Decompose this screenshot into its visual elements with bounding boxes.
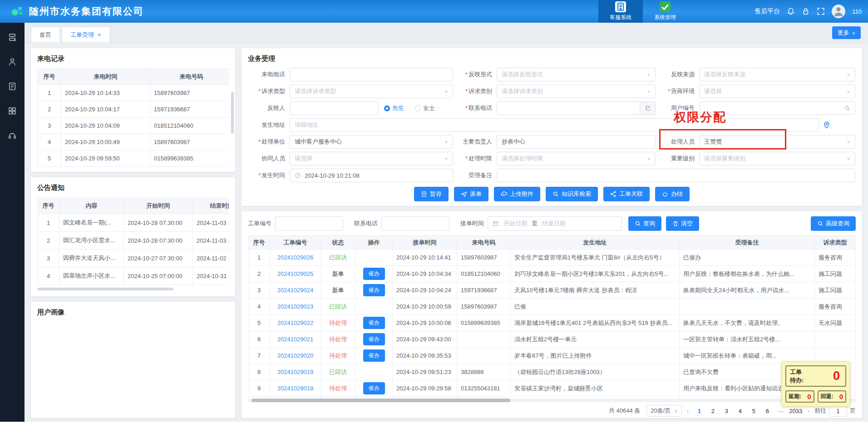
tab-close-icon[interactable]: × bbox=[98, 31, 101, 38]
urge-button[interactable]: 催办 bbox=[363, 333, 385, 345]
scrollbar-vertical[interactable] bbox=[231, 92, 234, 134]
scrollbar-horizontal-thumb[interactable] bbox=[252, 399, 510, 402]
page-6[interactable]: 6 bbox=[762, 405, 773, 416]
radio-male[interactable]: 先生 bbox=[384, 104, 404, 112]
order-id-link[interactable]: 20241029018 bbox=[277, 385, 314, 392]
page-1[interactable]: 1 bbox=[694, 405, 705, 416]
call-record-row[interactable]: 5 2024-10-29 09:59:50 015899639385 bbox=[38, 150, 229, 167]
bell-icon[interactable] bbox=[787, 7, 795, 15]
headset-icon[interactable] bbox=[8, 131, 17, 140]
order-id-link[interactable]: 20241029022 bbox=[277, 319, 314, 326]
page-ellipsis[interactable]: ··· bbox=[775, 405, 786, 416]
user-avatar[interactable] bbox=[832, 5, 845, 18]
reflect-source-select[interactable]: 请选择反映来源∨ bbox=[699, 68, 855, 81]
knowledge-search-button[interactable]: 知识库检索 bbox=[546, 187, 598, 201]
nav-system-admin[interactable]: 系统管理 bbox=[643, 0, 687, 23]
required-star: * bbox=[465, 71, 468, 78]
announcement-row[interactable]: 1 因文峰名居一期(... 2024-10-28 07:30:00 2024-1… bbox=[38, 214, 229, 232]
urge-button[interactable]: 催办 bbox=[363, 382, 385, 394]
appeal-cat-select[interactable]: 请选择诉求类别∨ bbox=[497, 85, 656, 98]
order-id-link[interactable]: 20241029025 bbox=[277, 270, 314, 277]
save-draft-button[interactable]: 暂存 bbox=[414, 187, 449, 201]
order-relate-button[interactable]: 工单关联 bbox=[603, 187, 650, 201]
user-icon[interactable] bbox=[8, 57, 17, 66]
end-date-placeholder[interactable]: 结束日期 bbox=[542, 219, 566, 228]
scrollbar-horizontal[interactable] bbox=[37, 288, 173, 290]
remark-input[interactable] bbox=[497, 169, 855, 182]
start-date-placeholder[interactable]: 开始日期 bbox=[503, 219, 527, 228]
workflow-icon[interactable] bbox=[8, 33, 17, 42]
appeal-type-select[interactable]: 请选择诉求类型∨ bbox=[290, 85, 453, 98]
reflect-form-select[interactable]: 请选择反映形式∨ bbox=[497, 68, 656, 81]
page-2[interactable]: 2 bbox=[707, 405, 718, 416]
call-record-row[interactable]: 2 2024-10-29 10:04:17 15971936687 bbox=[38, 101, 229, 118]
order-id-link[interactable]: 20241029024 bbox=[277, 287, 314, 294]
search-icon[interactable] bbox=[844, 105, 850, 111]
search-phone-input[interactable] bbox=[381, 216, 449, 231]
cell-time: 2024-10-29 10:14:41 bbox=[393, 249, 457, 266]
grid-icon[interactable] bbox=[8, 106, 17, 115]
handler-select[interactable]: 王赟赟∨ bbox=[699, 135, 855, 149]
radio-female[interactable]: 女士 bbox=[415, 104, 435, 112]
query-button[interactable]: 查询 bbox=[628, 216, 661, 231]
date-range-picker[interactable]: 开始日期 至 结束日期 bbox=[488, 216, 622, 231]
order-id-link[interactable]: 20241029023 bbox=[277, 303, 314, 310]
announcement-row[interactable]: 2 因汇龙湾小区需水... 2024-10-28 07:30:00 2024-1… bbox=[38, 232, 229, 249]
call-record-row[interactable]: 4 2024-10-29 10:00:49 15897603987 bbox=[38, 134, 229, 150]
nav-customer-service[interactable]: 客服系统 bbox=[598, 0, 643, 23]
tab-work-order[interactable]: 工单受理 × bbox=[62, 27, 110, 42]
order-id-link[interactable]: 20241029019 bbox=[277, 369, 314, 375]
fullscreen-icon[interactable] bbox=[817, 7, 825, 15]
page-size-select[interactable]: 20条/页∨ bbox=[646, 405, 681, 417]
lock-icon[interactable] bbox=[802, 7, 810, 15]
announcement-row[interactable]: 4 因塞纳左岸小区水... 2024-10-25 07:00:00 2024-1… bbox=[38, 267, 229, 285]
after-sales-link[interactable]: 售后平台 bbox=[755, 7, 780, 15]
unit-select[interactable]: 城中客户服务中心∨ bbox=[290, 135, 453, 149]
announcement-row[interactable]: 3 因舜井大道天风小... 2024-10-27 07:30:00 2024-1… bbox=[38, 249, 229, 267]
urge-button[interactable]: 催办 bbox=[363, 317, 385, 329]
advanced-query-button[interactable]: 高级查询 bbox=[811, 216, 856, 231]
co-select[interactable]: 请选择∨ bbox=[290, 152, 453, 165]
dispatch-button[interactable]: 派单 bbox=[454, 187, 488, 201]
finish-button[interactable]: 办结 bbox=[655, 187, 690, 201]
next-page-icon[interactable]: › bbox=[805, 407, 812, 414]
todo-count: 0 bbox=[833, 369, 842, 383]
cell-phone bbox=[457, 331, 511, 348]
limit-select[interactable]: 请选择处理时限∨ bbox=[497, 152, 656, 165]
tab-home[interactable]: 首页 bbox=[31, 27, 60, 42]
occur-time-picker[interactable]: 2024-10-29 10:21:08 bbox=[290, 169, 453, 182]
cell-phone: 15897603987 bbox=[457, 249, 511, 266]
prev-page-icon[interactable]: ‹ bbox=[685, 407, 691, 414]
document-icon[interactable] bbox=[8, 82, 17, 91]
page-5[interactable]: 5 bbox=[748, 405, 759, 416]
biz-env-select[interactable]: 请选择∨ bbox=[699, 85, 855, 98]
cell-address: 已催 bbox=[511, 299, 680, 315]
urge-button[interactable]: 催办 bbox=[363, 284, 385, 296]
call-phone-label: 来电电话 bbox=[248, 70, 290, 79]
order-id-link[interactable]: 20241029021 bbox=[277, 336, 314, 343]
address-input[interactable]: 详细地址 bbox=[290, 118, 819, 132]
page-3[interactable]: 3 bbox=[721, 405, 732, 416]
map-pin-icon[interactable] bbox=[823, 121, 831, 129]
clear-button[interactable]: 清空 bbox=[666, 216, 699, 231]
contact-input[interactable] bbox=[497, 101, 656, 115]
call-phone-input[interactable] bbox=[290, 68, 453, 81]
order-id-link[interactable]: 20241029026 bbox=[277, 254, 314, 261]
urge-button[interactable]: 催办 bbox=[363, 268, 385, 280]
importance-select[interactable]: 请选择重要级别∨ bbox=[699, 152, 855, 165]
upload-attachment-button[interactable]: 上传附件 bbox=[494, 187, 540, 201]
page-4[interactable]: 4 bbox=[735, 405, 745, 416]
call-record-row[interactable]: 3 2024-10-29 10:04:09 018512104060 bbox=[38, 118, 229, 134]
cell-time: 2024-10-29 10:00:49 bbox=[61, 134, 150, 150]
cell-type: 无水问题 bbox=[815, 315, 856, 331]
copy-icon[interactable] bbox=[640, 102, 655, 115]
page-last[interactable]: 2033 bbox=[789, 405, 802, 416]
urge-button[interactable]: 催办 bbox=[363, 349, 385, 362]
reporter-input[interactable] bbox=[290, 101, 379, 115]
order-no-input[interactable] bbox=[275, 216, 343, 231]
call-record-row[interactable]: 1 2024-10-29 10:14:33 15897603987 bbox=[38, 85, 229, 101]
order-id-link[interactable]: 20241029020 bbox=[277, 352, 314, 359]
principal-input[interactable]: 抄表中心 bbox=[497, 135, 656, 149]
more-button[interactable]: 更多∨ bbox=[832, 26, 861, 39]
cell-time: 2024-10-29 09:59:50 bbox=[61, 150, 150, 167]
